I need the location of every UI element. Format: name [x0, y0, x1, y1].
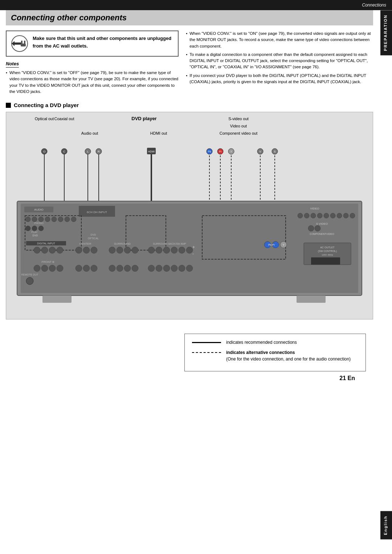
english-tab: English: [380, 511, 392, 539]
svg-text:Y: Y: [230, 150, 232, 153]
svg-point-125: [179, 265, 185, 272]
svg-point-105: [179, 247, 185, 253]
svg-text:OPTICAL: OPTICAL: [88, 237, 99, 240]
svg-point-76: [317, 213, 322, 218]
svg-text:VIDEO: VIDEO: [310, 207, 319, 210]
preparation-tab: PREPARATION: [380, 10, 392, 55]
svg-text:HDMI: HDMI: [148, 150, 155, 153]
svg-point-113: [57, 265, 63, 272]
svg-point-58: [25, 226, 30, 231]
svg-text:+: +: [192, 245, 195, 250]
svg-text:C: C: [63, 150, 65, 153]
legend-dashed-label: indicates alternative connections (One f…: [226, 349, 351, 362]
svg-rect-5: [21, 44, 26, 46]
svg-point-60: [38, 226, 44, 231]
svg-point-123: [163, 265, 170, 272]
legend-solid-label: indicates recommended connections: [226, 339, 297, 346]
svg-text:Coaxial out: Coaxial out: [54, 117, 74, 121]
dashed-line-icon: [192, 352, 221, 353]
svg-text:SURROUND BACK/SW AMP: SURROUND BACK/SW AMP: [153, 243, 186, 245]
svg-text:Audio out: Audio out: [81, 131, 98, 135]
svg-text:Video out: Video out: [230, 124, 247, 128]
svg-text:CENTER: CENTER: [79, 242, 91, 245]
svg-text:O: O: [43, 150, 45, 153]
svg-rect-1: [15, 42, 21, 45]
solid-line-icon: [192, 342, 221, 343]
svg-point-80: [343, 213, 348, 218]
svg-point-74: [304, 213, 309, 218]
svg-point-77: [324, 213, 329, 218]
svg-point-52: [45, 217, 50, 222]
svg-point-110: [34, 265, 40, 272]
top-bar-label: Connections: [362, 3, 386, 8]
svg-text:V: V: [259, 150, 261, 153]
svg-point-102: [156, 247, 162, 253]
svg-point-117: [109, 265, 115, 272]
black-square-icon: [6, 103, 11, 108]
svg-text:R: R: [98, 150, 100, 153]
svg-point-83: [308, 225, 314, 231]
right-column: When "VIDEO CONV." is set to "ON" (see p…: [186, 30, 373, 97]
svg-point-89: [49, 247, 56, 253]
svg-point-106: [186, 247, 193, 253]
note-item-3: To make a digital connection to a compon…: [186, 52, 373, 70]
svg-point-81: [350, 213, 355, 218]
main-content: Connecting other components Mak: [0, 10, 379, 391]
svg-text:FRONT B: FRONT B: [42, 260, 54, 264]
svg-text:S: S: [274, 150, 275, 153]
svg-point-118: [117, 265, 123, 272]
svg-point-50: [32, 217, 37, 222]
note-item-2: When "VIDEO CONV." is set to "ON" (see p…: [186, 30, 373, 49]
svg-text:PLAY: PLAY: [31, 231, 38, 233]
svg-point-53: [52, 217, 57, 222]
top-section: Make sure that this unit and other compo…: [6, 30, 373, 97]
svg-point-55: [65, 217, 70, 222]
svg-text:120V~60Hz: 120V~60Hz: [322, 254, 333, 256]
title-banner: Connecting other components: [6, 10, 373, 25]
section-title: Connecting a DVD player: [14, 102, 79, 108]
svg-rect-3: [21, 41, 23, 44]
svg-rect-135: [297, 296, 326, 303]
svg-point-121: [148, 265, 155, 272]
connection-diagram: Optical out Coaxial out DVD player S-vid…: [6, 112, 373, 319]
svg-point-93: [83, 247, 90, 253]
legend-dashed-item: indicates alternative connections (One f…: [192, 349, 358, 362]
svg-text:Pb: Pb: [208, 150, 211, 153]
svg-point-79: [337, 213, 342, 218]
svg-point-101: [148, 247, 155, 253]
note-item-1: When "VIDEO CONV." is set to "OFF" (see …: [6, 70, 179, 95]
svg-point-75: [311, 213, 316, 218]
svg-rect-131: [311, 257, 340, 265]
svg-point-103: [163, 247, 170, 253]
svg-point-92: [75, 247, 82, 253]
svg-text:HDMI out: HDMI out: [150, 131, 167, 135]
svg-point-56: [71, 217, 76, 222]
svg-text:6CH DH INPUT: 6CH DH INPUT: [87, 211, 107, 214]
svg-point-96: [109, 247, 115, 253]
svg-point-59: [32, 226, 37, 231]
notes-section: Notes When "VIDEO CONV." is set to "OFF"…: [6, 61, 179, 95]
section-heading: Connecting a DVD player: [6, 102, 373, 108]
svg-rect-134: [42, 296, 72, 303]
svg-point-99: [132, 247, 138, 253]
svg-point-126: [186, 265, 193, 272]
svg-point-115: [83, 265, 90, 272]
svg-text:Pr: Pr: [219, 150, 222, 153]
legend-solid-item: indicates recommended connections: [192, 339, 358, 346]
legend-box: indicates recommended connections indica…: [184, 334, 366, 371]
svg-point-122: [156, 265, 162, 272]
svg-point-84: [315, 225, 320, 231]
notes-title: Notes: [6, 61, 19, 68]
svg-text:S-video out: S-video out: [228, 117, 249, 121]
svg-text:REMOTE OUT: REMOTE OUT: [21, 273, 38, 276]
svg-text:L: L: [87, 150, 89, 153]
svg-text:Pb Pr: Pb Pr: [268, 244, 275, 246]
svg-point-90: [57, 247, 63, 253]
svg-point-104: [171, 247, 177, 253]
svg-point-87: [34, 247, 40, 253]
svg-point-78: [330, 213, 335, 218]
svg-point-97: [117, 247, 123, 253]
svg-point-119: [124, 265, 131, 272]
svg-text:DVD: DVD: [91, 233, 96, 236]
left-column: Make sure that this unit and other compo…: [6, 30, 179, 97]
